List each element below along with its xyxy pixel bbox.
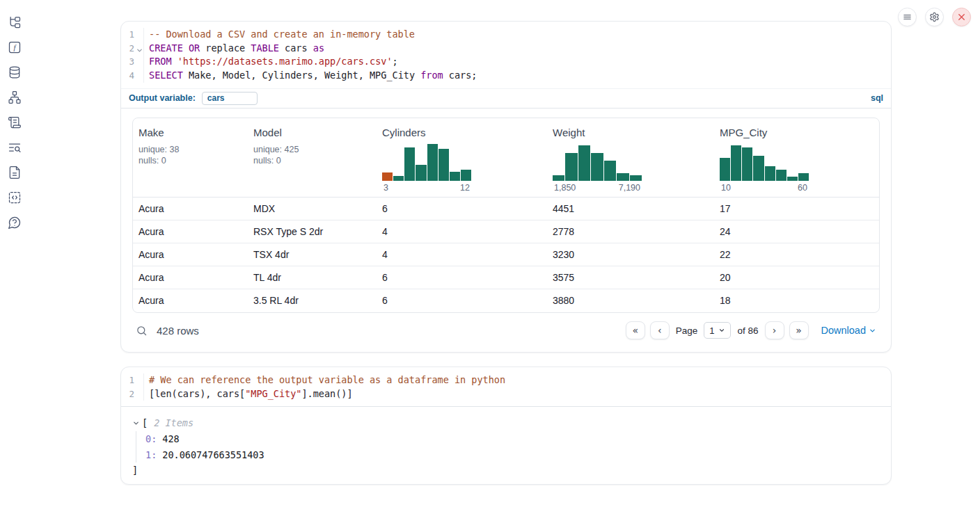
- table-body: AcuraMDX6445117AcuraRSX Type S 2dr427782…: [133, 198, 879, 312]
- column-header-model[interactable]: Modelunique: 425nulls: 0: [248, 118, 377, 197]
- histogram-bar: [765, 166, 775, 181]
- column-name: Model: [253, 127, 371, 138]
- sidebar-panel-logs-search-icon[interactable]: [7, 140, 22, 155]
- table-cell: 22: [714, 249, 879, 260]
- line-number: 1: [121, 373, 144, 387]
- histogram-bar: [798, 173, 809, 181]
- sidebar-panel-function-square-icon[interactable]: f: [7, 40, 22, 55]
- sidebar-panel-file-tree-icon[interactable]: [7, 15, 22, 30]
- sidebar-panel-document-icon[interactable]: [7, 165, 22, 180]
- table-cell: 2778: [547, 226, 714, 237]
- column-name: Weight: [553, 127, 709, 138]
- sidebar-panel-help-icon[interactable]: [7, 215, 22, 230]
- code-line: 1-- Download a CSV and create an in-memo…: [121, 28, 891, 42]
- function-square-icon: f: [8, 40, 22, 54]
- output-variable-input[interactable]: [202, 92, 258, 105]
- code-text: # We can reference the output variable a…: [149, 373, 505, 387]
- first-page-button[interactable]: «: [626, 321, 645, 339]
- page-select[interactable]: 1: [704, 322, 731, 339]
- document-icon: [8, 166, 22, 179]
- histogram-bar: [393, 176, 404, 181]
- search-button[interactable]: [136, 325, 148, 337]
- table-cell: RSX Type S 2dr: [248, 226, 377, 237]
- collapse-toggle-icon[interactable]: [132, 419, 140, 427]
- column-header-make[interactable]: Makeunique: 38nulls: 0: [133, 118, 248, 197]
- table-cell: Acura: [133, 203, 248, 214]
- tree-entry: 0:428: [145, 431, 880, 447]
- histogram-bar: [617, 173, 629, 181]
- column-header-mpg_city[interactable]: MPG_City1060: [714, 118, 879, 197]
- download-button[interactable]: Download: [821, 325, 877, 336]
- column-name: MPG_City: [720, 127, 874, 138]
- histogram-axis-label: 12: [460, 183, 470, 193]
- database-icon: [8, 65, 22, 79]
- sidebar-panel-scroll-icon[interactable]: [7, 115, 22, 130]
- tree-entry-index: 1:: [145, 449, 157, 460]
- python-code-editor[interactable]: 1# We can reference the output variable …: [121, 367, 891, 407]
- histogram-bar: [461, 170, 471, 181]
- snippets-code-icon: [8, 191, 22, 204]
- table-row[interactable]: AcuraMDX6445117: [133, 198, 879, 220]
- menu-button[interactable]: [898, 8, 917, 26]
- scroll-icon: [8, 115, 22, 129]
- histogram-bar: [630, 175, 642, 181]
- logs-search-icon: [8, 140, 22, 154]
- line-number: 3: [121, 55, 144, 69]
- histogram-bar: [382, 172, 393, 181]
- column-stat: unique: 425: [253, 144, 371, 156]
- table-cell: 4: [377, 249, 547, 260]
- sql-code-editor[interactable]: 1-- Download a CSV and create an in-memo…: [121, 22, 891, 88]
- table-footer: 428 rows « ‹ Page 1 of 86 › » Download: [132, 318, 880, 344]
- code-line: 2CREATE OR replace TABLE cars as: [121, 42, 891, 56]
- chevron-down-icon: [718, 327, 725, 334]
- table-cell: 6: [377, 295, 547, 306]
- settings-button[interactable]: [925, 8, 944, 26]
- table-cell: 3.5 RL 4dr: [248, 295, 377, 306]
- code-line: 4SELECT Make, Model, Cylinders, Weight, …: [121, 69, 891, 83]
- sql-cell: 1-- Download a CSV and create an in-memo…: [120, 21, 892, 353]
- help-icon: [8, 216, 22, 230]
- column-header-cylinders[interactable]: Cylinders312: [377, 118, 547, 197]
- column-stat: nulls: 0: [253, 155, 371, 167]
- tree-entry-value: 428: [162, 433, 179, 444]
- histogram-axis-label: 1,850: [554, 183, 576, 193]
- histogram-axis-label: 3: [384, 183, 388, 193]
- column-histogram: 1060: [720, 144, 809, 193]
- page-label: Page: [676, 325, 698, 336]
- prev-page-button[interactable]: ‹: [650, 321, 670, 339]
- histogram-bar: [416, 165, 426, 181]
- table-cell: TL 4dr: [248, 272, 377, 283]
- column-header-weight[interactable]: Weight1,8507,190: [547, 118, 714, 197]
- table-cell: 3230: [547, 249, 714, 260]
- table-cell: Acura: [133, 226, 248, 237]
- last-page-button[interactable]: »: [789, 321, 809, 339]
- next-page-button[interactable]: ›: [765, 321, 784, 339]
- notebook-controls: [898, 8, 971, 26]
- table-cell: MDX: [248, 203, 377, 214]
- table-row[interactable]: Acura3.5 RL 4dr6388018: [133, 289, 879, 312]
- items-count-label: 2 Items: [154, 417, 193, 428]
- table-row[interactable]: AcuraTSX 4dr4323022: [133, 243, 879, 266]
- code-line: 3FROM 'https://datasets.marimo.app/cars.…: [121, 55, 891, 69]
- table-cell: 18: [714, 295, 879, 306]
- download-label: Download: [821, 325, 867, 336]
- table-row[interactable]: AcuraTL 4dr6357520: [133, 266, 879, 289]
- histogram-bar: [450, 172, 460, 181]
- sidebar-panel-database-icon[interactable]: [7, 65, 22, 80]
- table-cell: 4: [377, 226, 547, 237]
- table-cell: Acura: [133, 272, 248, 283]
- table-cell: 4451: [547, 203, 714, 214]
- hamburger-icon: [902, 12, 912, 22]
- histogram-bar: [776, 170, 787, 181]
- histogram-bar: [720, 158, 730, 181]
- column-histogram: 312: [382, 144, 471, 193]
- table-cell: 20: [714, 272, 879, 283]
- histogram-bar: [731, 145, 741, 181]
- fold-chevron-icon[interactable]: [136, 45, 143, 52]
- shutdown-button[interactable]: [952, 8, 971, 26]
- table-cell: 3575: [547, 272, 714, 283]
- sidebar-panel-snippets-code-icon[interactable]: [7, 190, 22, 205]
- table-row[interactable]: AcuraRSX Type S 2dr4277824: [133, 220, 879, 243]
- table-header-row: Makeunique: 38nulls: 0Modelunique: 425nu…: [133, 118, 879, 198]
- sidebar-panel-dependency-graph-icon[interactable]: [7, 90, 22, 105]
